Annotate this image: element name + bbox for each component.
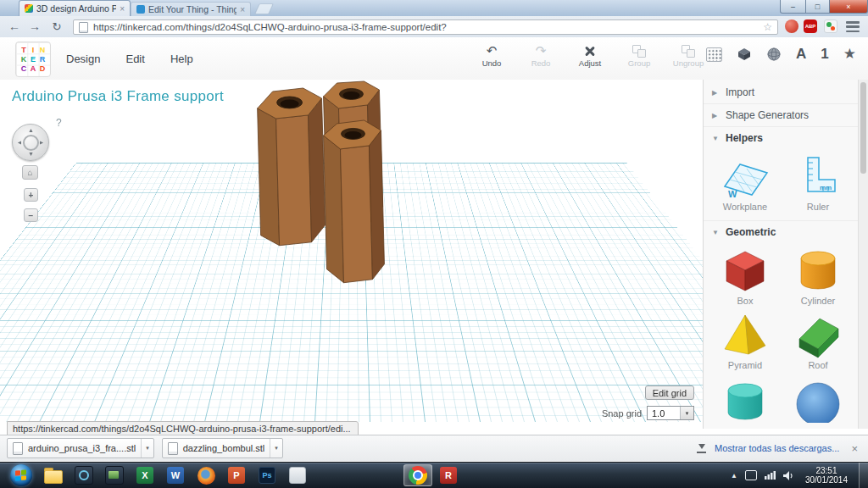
shape-tile-box[interactable]: Box: [709, 245, 782, 306]
hidden-icons-arrow[interactable]: ▲: [731, 472, 737, 480]
taskbar-icon-photo-app[interactable]: [100, 464, 129, 486]
sidebar-scrollbar[interactable]: [858, 80, 868, 429]
chevron-down-icon[interactable]: ▾: [680, 407, 693, 419]
shape-tile-partial-sphere[interactable]: [782, 374, 854, 424]
zoom-out-button[interactable]: −: [24, 208, 38, 222]
tab-tinkercad[interactable]: 3D design Arduino Prusa i ×: [19, 0, 131, 16]
chevron-down-icon[interactable]: ▾: [270, 439, 282, 458]
new-tab-button[interactable]: [254, 3, 274, 14]
tab-thingiverse[interactable]: Edit Your Thing - Thingiv ×: [131, 2, 251, 16]
teal-cylinder-shape-icon: [718, 375, 772, 423]
show-all-downloads-link[interactable]: Mostrar todas las descargas...: [715, 443, 839, 453]
close-window-button[interactable]: ×: [829, 0, 868, 14]
scrollbar-thumb[interactable]: [860, 82, 866, 174]
zoom-in-button[interactable]: +: [24, 188, 38, 202]
box-shape-icon: [718, 247, 772, 294]
menu-edit[interactable]: Edit: [125, 53, 144, 65]
action-center-icon[interactable]: [745, 470, 757, 480]
screen: 3D design Arduino Prusa i × Edit Your Th…: [0, 0, 868, 488]
sidebar-section-import[interactable]: ▶ Import: [704, 81, 859, 103]
orbit-control[interactable]: ▲ ▲ ▲ ▲: [12, 124, 49, 161]
taskbar-clock[interactable]: 23:51 30/01/2014: [805, 466, 848, 485]
shape-tile-partial-cylinder[interactable]: [709, 374, 782, 424]
rotate-up-icon[interactable]: ▲: [28, 127, 34, 133]
url-text[interactable]: https://tinkercad.com/things/d2o4SqLCHWQ…: [93, 22, 758, 32]
windows-taskbar: X W P Ps R ▲ 23:51 3: [0, 462, 868, 488]
reload-button[interactable]: ↻: [47, 18, 66, 35]
ruler-icon: mm: [791, 152, 845, 200]
snap-grid-control: Snap grid 1.0 ▾: [602, 406, 694, 420]
sidebar-section-helpers[interactable]: ▼ Helpers: [704, 126, 859, 149]
tab-close-icon[interactable]: ×: [120, 4, 125, 14]
edit-grid-button[interactable]: Edit grid: [645, 385, 694, 400]
roof-shape-icon: [791, 311, 845, 358]
taskbar-icon-excel[interactable]: X: [131, 464, 159, 486]
undo-icon: ↶: [473, 43, 510, 58]
menu-design[interactable]: Design: [66, 53, 100, 65]
sidebar-section-geometric[interactable]: ▼ Geometric: [704, 220, 859, 243]
taskbar-icon-word[interactable]: W: [161, 464, 190, 486]
shape-tile-workplane[interactable]: W Workplane: [709, 151, 782, 212]
shape-tile-pyramid[interactable]: Pyramid: [709, 309, 782, 370]
design-canvas[interactable]: Arduino Prusa i3 Frame support ? ▲ ▲ ▲ ▲…: [0, 80, 703, 429]
close-downloads-bar-icon[interactable]: ×: [848, 442, 861, 455]
chevron-down-icon[interactable]: ▾: [141, 439, 153, 458]
tinkercad-logo[interactable]: TIN KER CAD: [15, 42, 51, 77]
rotate-right-icon[interactable]: ▲: [39, 140, 45, 146]
perforated-grid-icon[interactable]: [706, 47, 722, 62]
hex-spacer-models[interactable]: [0, 80, 703, 429]
network-icon[interactable]: [765, 471, 776, 480]
favorites-star-icon[interactable]: ★: [843, 47, 856, 62]
shape-tile-roof[interactable]: Roof: [782, 309, 854, 370]
chevron-down-icon: ▼: [712, 229, 720, 236]
taskbar-icon-media-player[interactable]: [70, 464, 98, 486]
taskbar-icon-firefox[interactable]: [192, 464, 220, 486]
undo-button[interactable]: ↶ Undo: [473, 43, 510, 68]
taskbar-icon-powerpoint[interactable]: P: [222, 464, 251, 486]
orbit-ring[interactable]: [23, 135, 39, 151]
adblock-extension-icon[interactable]: ABP: [804, 19, 817, 33]
rotate-left-icon[interactable]: ▲: [16, 140, 22, 146]
number-tool-icon[interactable]: 1: [821, 47, 828, 62]
start-button[interactable]: [10, 464, 32, 486]
browser-navbar: ← → ↻ https://tinkercad.com/things/d2o4S…: [0, 16, 868, 38]
browser-menu-icon[interactable]: [846, 21, 860, 32]
snap-grid-select[interactable]: 1.0 ▾: [647, 406, 694, 420]
show-desktop-button[interactable]: [859, 463, 868, 488]
volume-icon[interactable]: [783, 471, 794, 480]
group-button[interactable]: Group: [620, 43, 658, 68]
taskbar-icon-explorer[interactable]: [39, 464, 68, 486]
address-bar[interactable]: https://tinkercad.com/things/d2o4SqLCHWQ…: [73, 19, 778, 35]
bookmark-star-icon[interactable]: ☆: [763, 21, 772, 33]
taskbar-icon-photoshop[interactable]: Ps: [253, 464, 281, 486]
sphere-view-icon[interactable]: [766, 47, 782, 62]
download-item[interactable]: dazzling_bombul.stl ▾: [162, 438, 283, 458]
cube-view-icon[interactable]: [737, 47, 752, 62]
shape-tile-ruler[interactable]: mm Ruler: [782, 151, 854, 212]
taskbar-icon-image-viewer[interactable]: [283, 464, 312, 486]
extension-icon-notifications[interactable]: [824, 19, 837, 33]
minimize-button[interactable]: –: [780, 0, 806, 14]
text-tool-icon[interactable]: A: [796, 47, 806, 62]
taskbar-icon-media-red[interactable]: R: [434, 464, 463, 486]
sidebar-section-shape-generators[interactable]: ▶ Shape Generators: [704, 103, 859, 126]
file-icon: [168, 442, 178, 455]
redo-button[interactable]: ↷ Redo: [522, 43, 559, 68]
ungroup-button[interactable]: Ungroup: [670, 43, 707, 68]
download-item[interactable]: arduino_prusa_i3_fra....stl ▾: [7, 438, 154, 458]
adjust-button[interactable]: Adjust: [571, 43, 609, 68]
windows-flag-icon: [15, 469, 26, 480]
back-button[interactable]: ←: [5, 18, 24, 35]
header-view-tools: A 1 ★: [706, 47, 856, 62]
taskbar-icon-chrome-active[interactable]: [403, 464, 432, 486]
geometric-tiles: Box: [704, 243, 859, 429]
rotate-down-icon[interactable]: ▲: [28, 152, 34, 158]
shape-tile-cylinder[interactable]: Cylinder: [782, 245, 854, 306]
menu-help[interactable]: Help: [170, 53, 193, 65]
forward-button[interactable]: →: [25, 18, 44, 35]
extension-icon-red[interactable]: [785, 19, 798, 33]
maximize-button[interactable]: □: [806, 0, 829, 14]
home-view-button[interactable]: ⌂: [22, 165, 38, 180]
shapes-sidebar: ▶ Import ▶ Shape Generators ▼ Helpers: [703, 80, 868, 429]
tab-close-icon[interactable]: ×: [240, 5, 245, 14]
